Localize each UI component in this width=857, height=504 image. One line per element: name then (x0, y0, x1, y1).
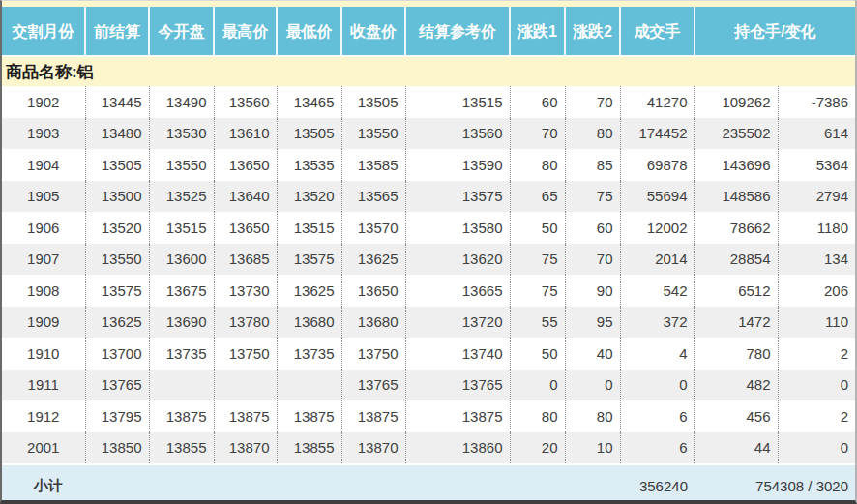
cell-open-interest: 1472 (694, 307, 778, 339)
cell-volume: 2014 (620, 244, 694, 276)
cell-prev-settlement: 13700 (85, 338, 149, 370)
cell-prev-settlement: 13625 (85, 307, 149, 339)
cell-prev-settlement: 13795 (85, 400, 149, 432)
commodity-name-label: 商品名称:铝 (2, 56, 855, 86)
cell-month: 1909 (2, 307, 85, 339)
column-header-open: 今开盘 (149, 7, 214, 56)
cell-oi-change: 134 (778, 244, 855, 276)
cell-oi-change: 2 (778, 338, 855, 370)
table-row[interactable]: 1903134801353013610135051355013560708017… (2, 118, 855, 150)
table-row[interactable]: 2001138501385513870138551387013860201064… (2, 432, 855, 465)
cell-prev-settlement: 13850 (85, 432, 149, 465)
cell-high: 13750 (214, 338, 277, 370)
cell-low: 13465 (277, 86, 341, 118)
cell-prev-settlement: 13765 (85, 370, 149, 401)
cell-prev-settlement: 13480 (85, 118, 149, 150)
cell-change1: 50 (510, 338, 565, 370)
cell-change2: 40 (565, 338, 620, 370)
cell-month: 1912 (2, 400, 85, 432)
cell-volume: 12002 (620, 212, 694, 244)
cell-open: 13735 (149, 338, 214, 370)
cell-prev-settlement: 13500 (85, 181, 149, 213)
cell-volume: 69878 (620, 149, 694, 181)
column-header-close: 收盘价 (341, 7, 405, 56)
table-row[interactable]: 1908135751367513730136251365013665759054… (2, 275, 855, 307)
table-row[interactable]: 1905135001352513640135201356513575657555… (2, 181, 855, 213)
column-header-low: 最低价 (277, 7, 341, 56)
column-header-change2: 涨跌2 (565, 7, 620, 56)
cell-settlement-ref: 13590 (405, 149, 510, 181)
table-row[interactable]: 19111376513765137650004820 (2, 370, 855, 401)
cell-high: 13610 (214, 118, 277, 150)
cell-prev-settlement: 13445 (85, 86, 149, 118)
cell-high: 13560 (214, 86, 277, 118)
cell-open: 13875 (149, 400, 214, 432)
cell-oi-change: 1180 (778, 212, 855, 244)
cell-change1: 0 (510, 370, 565, 401)
cell-close: 13680 (341, 307, 405, 339)
table-row[interactable]: 1910137001373513750137351375013740504047… (2, 338, 855, 370)
cell-low: 13520 (277, 181, 341, 213)
header-row: 交割月份前结算今开盘最高价最低价收盘价结算参考价涨跌1涨跌2成交手持仓手/变化 (2, 7, 855, 56)
subtotal-open-interest-change: 754308 / 3020 (694, 464, 855, 504)
column-header-settlement-ref: 结算参考价 (405, 7, 510, 56)
cell-change2: 90 (565, 275, 620, 307)
cell-change1: 80 (510, 149, 565, 181)
cell-close: 13875 (341, 400, 405, 432)
cell-month: 1904 (2, 149, 85, 181)
cell-oi-change: 0 (778, 432, 855, 465)
cell-change2: 70 (565, 86, 620, 118)
cell-month: 1903 (2, 118, 85, 150)
column-header-volume: 成交手 (620, 7, 694, 56)
cell-open-interest: 109262 (694, 86, 778, 118)
cell-open-interest: 28854 (694, 244, 778, 276)
table-row[interactable]: 1912137951387513875138751387513875808064… (2, 400, 855, 432)
cell-open: 13690 (149, 307, 214, 339)
table-row[interactable]: 1909136251369013780136801368013720559537… (2, 307, 855, 339)
cell-month: 1910 (2, 338, 85, 370)
cell-high (214, 370, 277, 401)
cell-settlement-ref: 13560 (405, 118, 510, 150)
table-row[interactable]: 1904135051355013650135351358513590808569… (2, 149, 855, 181)
cell-open-interest: 143696 (694, 149, 778, 181)
cell-close: 13750 (341, 338, 405, 370)
cell-change1: 80 (510, 400, 565, 432)
quotes-table: 交割月份前结算今开盘最高价最低价收盘价结算参考价涨跌1涨跌2成交手持仓手/变化 … (2, 7, 855, 504)
cell-open: 13515 (149, 212, 214, 244)
cell-open-interest: 44 (694, 432, 778, 465)
cell-low: 13515 (277, 212, 341, 244)
cell-open (149, 370, 214, 401)
cell-close: 13650 (341, 275, 405, 307)
cell-open: 13550 (149, 149, 214, 181)
cell-settlement-ref: 13515 (405, 86, 510, 118)
cell-month: 1902 (2, 86, 85, 118)
cell-change1: 20 (510, 432, 565, 465)
table-row[interactable]: 1907135501360013685135751362513620757020… (2, 244, 855, 276)
cell-close: 13505 (341, 86, 405, 118)
cell-volume: 6 (620, 432, 694, 465)
futures-quotes-panel: 交割月份前结算今开盘最高价最低价收盘价结算参考价涨跌1涨跌2成交手持仓手/变化 … (0, 0, 857, 504)
cell-change1: 75 (510, 244, 565, 276)
cell-close: 13570 (341, 212, 405, 244)
cell-low: 13625 (277, 275, 341, 307)
column-header-month: 交割月份 (2, 7, 85, 56)
cell-settlement-ref: 13875 (405, 400, 510, 432)
cell-change1: 65 (510, 181, 565, 213)
cell-change1: 60 (510, 86, 565, 118)
cell-open: 13675 (149, 275, 214, 307)
cell-oi-change: 5364 (778, 149, 855, 181)
cell-close: 13625 (341, 244, 405, 276)
cell-high: 13780 (214, 307, 277, 339)
cell-low: 13505 (277, 118, 341, 150)
cell-change2: 85 (565, 149, 620, 181)
cell-month: 1906 (2, 212, 85, 244)
table-row[interactable]: 1906135201351513650135151357013580506012… (2, 212, 855, 244)
cell-change2: 95 (565, 307, 620, 339)
cell-month: 1905 (2, 181, 85, 213)
cell-volume: 41270 (620, 86, 694, 118)
cell-volume: 372 (620, 307, 694, 339)
cell-change2: 80 (565, 118, 620, 150)
cell-change1: 70 (510, 118, 565, 150)
column-header-high: 最高价 (214, 7, 277, 56)
table-row[interactable]: 1902134451349013560134651350513515607041… (2, 86, 855, 118)
